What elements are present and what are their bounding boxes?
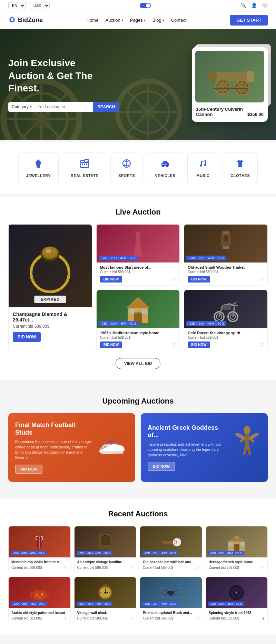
- bid-button-2[interactable]: BID NOW: [188, 276, 210, 283]
- auction-main-image: EXPIRED: [9, 225, 92, 307]
- logo-icon: [8, 16, 16, 25]
- recent-card-image-7: -23D · -20H · -45M · -30 S: [140, 577, 202, 608]
- auction-main-bid-button[interactable]: BID NOW: [13, 332, 41, 342]
- music-label: MUSIC: [196, 174, 209, 178]
- favorite-icon-4[interactable]: ♡: [259, 342, 264, 348]
- topbar-left: EN FR USD EUR: [8, 2, 50, 9]
- hero-featured-card[interactable]: 16th-Century Culverin Cannon $350.00: [192, 47, 268, 122]
- svg-point-52: [166, 165, 168, 167]
- view-all-button[interactable]: VIEW ALL BID: [116, 358, 161, 369]
- clothes-label: CLOTHES: [230, 174, 250, 178]
- svg-rect-88: [103, 535, 107, 536]
- topbar-right: 🔍 👤 🤍: [240, 3, 268, 8]
- favorite-icon-1[interactable]: ♡: [171, 277, 176, 282]
- nav-home[interactable]: Home: [87, 18, 99, 23]
- nav-blog[interactable]: Blog: [152, 18, 164, 23]
- nav-auction[interactable]: Auction: [105, 18, 123, 23]
- upcoming-grid: Final Match Football Studs Experience th…: [8, 413, 268, 482]
- recent-timer-7: -23D · -20H · -45M · -30 S: [142, 602, 178, 606]
- hero-content: Join Exclusive Auction & Get The Finest.…: [8, 57, 178, 112]
- recent-favorite-6[interactable]: ♡: [129, 616, 133, 621]
- hero-card-image: [195, 51, 264, 102]
- category-jewellery[interactable]: JEWELLERY: [18, 152, 59, 184]
- upcoming-bid-button-2[interactable]: BID NOW: [148, 462, 175, 471]
- svg-point-119: [175, 587, 182, 589]
- recent-card-6: -23D · -20H · -45M · -30 S Vintage wall …: [74, 577, 137, 624]
- upcoming-card-2: Ancient Greek Goddess of... Inspire grea…: [141, 413, 268, 482]
- bid-button-3[interactable]: BID NOW: [100, 341, 122, 348]
- svg-rect-83: [245, 434, 249, 445]
- category-music[interactable]: MUSIC: [187, 152, 218, 184]
- phone-svg: [97, 532, 114, 551]
- search-input[interactable]: [36, 102, 93, 112]
- recent-favorite-4[interactable]: ♡: [261, 565, 265, 570]
- drone-svg: [159, 584, 183, 601]
- upcoming-card-title-2: Ancient Greek Goddess of...: [148, 424, 228, 439]
- favorite-icon-2[interactable]: ♡: [259, 277, 264, 282]
- recent-favorite-3[interactable]: ♡: [195, 565, 199, 570]
- hero-section: Join Exclusive Auction & Get The Finest.…: [0, 29, 276, 140]
- currency-select[interactable]: USD EUR: [30, 2, 50, 9]
- search-button[interactable]: SEARCH: [93, 102, 119, 112]
- category-clothes[interactable]: CLOTHES: [223, 152, 258, 184]
- real-estate-label: REAL ESTATE: [71, 174, 98, 178]
- recent-card-image-4: -23D · -20H · -45M · -30 S: [206, 526, 268, 557]
- user-icon[interactable]: 👤: [251, 3, 257, 8]
- recent-favorite-8[interactable]: ♥: [262, 616, 265, 621]
- recent-favorite-1[interactable]: ♡: [64, 565, 68, 570]
- heart-nav-icon[interactable]: 🤍: [262, 3, 268, 8]
- auction-small-image-2: -23D · -20H · -45M · -30 S: [184, 225, 267, 262]
- category-real-estate[interactable]: REAL ESTATE: [63, 152, 106, 184]
- recent-timer-8: -23D · -20H · -45M · -30 S: [208, 602, 244, 606]
- nav-pages[interactable]: Pages: [130, 18, 146, 23]
- category-sports[interactable]: SPORTS: [110, 152, 143, 184]
- svg-point-55: [200, 165, 202, 167]
- svg-point-56: [204, 164, 206, 166]
- recent-favorite-2[interactable]: ♡: [129, 565, 133, 570]
- logo[interactable]: BidZone: [8, 16, 43, 25]
- real-estate-icon: [80, 159, 89, 171]
- auction-small-image-1: -23D · -20H · -45M · -30 S: [97, 225, 180, 262]
- bid-button-1[interactable]: BID NOW: [100, 276, 122, 283]
- trinket-svg: [216, 229, 236, 258]
- sports-icon: [122, 159, 131, 171]
- language-select[interactable]: EN FR: [8, 2, 26, 9]
- recent-card-8: -23D · -20H · -45M · -30 S Spinning viny…: [206, 577, 268, 624]
- motorcycle-svg: [212, 295, 240, 323]
- category-vehicles[interactable]: VEHICLES: [147, 152, 183, 184]
- svg-rect-46: [86, 161, 86, 162]
- favorite-icon-3[interactable]: ♡: [171, 342, 176, 348]
- jewellery-icon: [33, 159, 43, 171]
- auction-small-image-3: -23D · -20H · -45M · -30 S: [97, 290, 180, 328]
- recent-timer-3: -23D · -20H · -45M · -30 S: [142, 551, 178, 555]
- recent-card-image-3: -23D · -20H · -45M · -30 S: [140, 526, 202, 557]
- upcoming-card-content-2: Ancient Greek Goddess of... Inspire grea…: [148, 424, 228, 471]
- svg-point-90: [173, 538, 181, 546]
- logo-text: BidZone: [18, 17, 43, 24]
- recent-favorite-7[interactable]: ♡: [195, 616, 199, 621]
- recent-card-image-6: -23D · -20H · -45M · -30 S: [75, 577, 136, 608]
- topbar: EN FR USD EUR 🔍 👤 🤍: [0, 0, 276, 11]
- jewellery-label: JEWELLERY: [26, 174, 51, 178]
- svg-rect-18: [247, 71, 254, 82]
- baseball-svg: [160, 533, 181, 551]
- nav-contact[interactable]: Contact: [171, 18, 187, 23]
- upcoming-card-image-2: [233, 424, 261, 471]
- recent-card-image-2: -23D · -20H · -45M · -30 S: [75, 526, 136, 557]
- theme-toggle[interactable]: [140, 3, 151, 8]
- auction-small-card-4: -23D · -20H · -45M · -30 S Café Racer: t…: [184, 290, 268, 351]
- svg-rect-54: [165, 164, 166, 165]
- search-icon[interactable]: 🔍: [240, 3, 246, 8]
- recent-grid: -23D · -20H · -45M · -30 S Mendinib top …: [8, 526, 268, 624]
- auction-small-body-2: Old aged Small Wooden Trinket Current bi…: [184, 262, 267, 285]
- svg-point-120: [159, 596, 166, 598]
- recent-favorite-5[interactable]: ♡: [64, 616, 68, 621]
- auction-grid: EXPIRED Champagne Diamond & 29.47ct... C…: [8, 224, 268, 351]
- bid-button-4[interactable]: BID NOW: [188, 341, 210, 348]
- get-start-button[interactable]: GET START: [230, 15, 268, 26]
- upcoming-bid-button-1[interactable]: BID NOW: [15, 465, 42, 474]
- svg-point-123: [170, 594, 171, 596]
- svg-point-63: [46, 249, 51, 253]
- search-category-dropdown[interactable]: Category ▾: [8, 102, 36, 112]
- chevron-down-icon: ▾: [30, 105, 32, 109]
